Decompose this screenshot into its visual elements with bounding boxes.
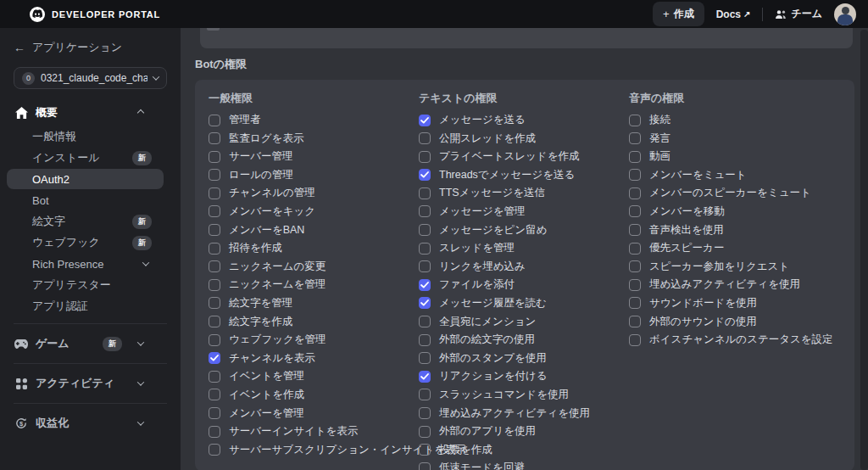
permission-row[interactable]: 外部の絵文字の使用 [419, 333, 629, 347]
permission-row[interactable]: 埋め込みアクティビティを使用 [629, 277, 841, 292]
checkbox[interactable] [419, 132, 431, 144]
permission-row[interactable]: 投票を作成 [419, 443, 629, 457]
checkbox[interactable] [629, 316, 641, 327]
checkbox[interactable] [419, 243, 431, 255]
checkbox[interactable] [419, 426, 431, 438]
sidebar-subitem[interactable]: 一般情報 [7, 126, 164, 147]
checkbox[interactable] [419, 151, 431, 163]
sidebar-subitem[interactable]: 絵文字 新 [7, 211, 164, 232]
checkbox[interactable] [419, 462, 431, 470]
checkbox[interactable] [209, 243, 220, 255]
sidebar-item-overview[interactable]: 概要 [0, 101, 181, 125]
permission-row[interactable]: ボイスチャンネルのステータスを設定 [629, 333, 841, 347]
checkbox[interactable] [629, 297, 641, 309]
checkbox[interactable] [209, 316, 220, 327]
checkbox[interactable] [419, 205, 431, 217]
permission-row[interactable]: 絵文字を管理 [209, 296, 419, 311]
brand[interactable]: DEVELOPER PORTAL [30, 7, 160, 22]
checkbox[interactable] [629, 260, 641, 272]
checkbox[interactable] [629, 279, 641, 291]
checkbox[interactable] [419, 407, 431, 419]
checkbox[interactable] [209, 426, 220, 438]
checkbox[interactable] [209, 444, 220, 456]
permission-row[interactable]: メンバーをキック [209, 204, 419, 219]
checkbox[interactable] [419, 389, 431, 400]
permission-row[interactable]: メンバーをBAN [209, 223, 419, 238]
checkbox[interactable] [209, 297, 220, 309]
permission-row[interactable]: 低速モードを回避 [419, 461, 629, 470]
sidebar-subitem[interactable]: ウェブフック 新 [7, 232, 164, 253]
scopes-input-partial[interactable] [200, 28, 853, 48]
permission-row[interactable]: 招待を作成 [209, 241, 419, 255]
checkbox[interactable] [419, 224, 431, 236]
permission-row[interactable]: 動画 [629, 149, 841, 164]
back-to-applications[interactable]: ← アプリケーション [0, 38, 181, 55]
sidebar-item-activities[interactable]: アクティビティ [0, 371, 181, 396]
permission-row[interactable]: ファイルを添付 [419, 277, 629, 292]
permission-row[interactable]: 発言 [629, 131, 841, 146]
checkbox[interactable] [209, 224, 220, 236]
checkbox[interactable] [419, 169, 431, 181]
permission-row[interactable]: サーバーインサイトを表示 [209, 424, 419, 439]
permission-row[interactable]: メンバーを管理 [209, 406, 419, 421]
checkbox[interactable] [209, 279, 220, 291]
sidebar-subitem[interactable]: Rich Presence [7, 254, 164, 274]
user-avatar[interactable] [834, 3, 856, 25]
permission-row[interactable]: スラッシュコマンドを使用 [419, 388, 629, 402]
checkbox[interactable] [209, 132, 220, 144]
create-button[interactable]: + 作成 [653, 2, 704, 26]
permission-row[interactable]: メンバーをミュート [629, 168, 841, 182]
permission-row[interactable]: メッセージ履歴を読む [419, 296, 629, 311]
permission-row[interactable]: サーバーサブスクリプション・インサイトを表示 [209, 443, 419, 457]
sidebar-item-games[interactable]: ゲーム 新 [0, 331, 181, 356]
checkbox[interactable] [209, 407, 220, 419]
checkbox[interactable] [209, 205, 220, 217]
permission-row[interactable]: メンバーのスピーカーをミュート [629, 186, 841, 200]
permission-row[interactable]: 埋め込みアクティビティを使用 [419, 406, 629, 421]
checkbox[interactable] [209, 151, 220, 163]
checkbox[interactable] [629, 151, 641, 163]
permission-row[interactable]: イベントを管理 [209, 369, 419, 383]
checkbox[interactable] [629, 334, 641, 346]
checkbox[interactable] [419, 444, 431, 456]
sidebar-subitem[interactable]: アプリテスター [7, 275, 164, 295]
checkbox[interactable] [209, 352, 220, 364]
checkbox[interactable] [209, 187, 220, 199]
permission-row[interactable]: 絵文字を作成 [209, 315, 419, 329]
checkbox[interactable] [629, 169, 641, 181]
permission-row[interactable]: 監査ログを表示 [209, 131, 419, 146]
checkbox[interactable] [629, 224, 641, 236]
permission-row[interactable]: ニックネームの変更 [209, 260, 419, 274]
permission-row[interactable]: 管理者 [209, 113, 419, 127]
permission-row[interactable]: 優先スピーカー [629, 241, 841, 255]
checkbox[interactable] [629, 187, 641, 199]
vertical-scrollbar[interactable] [860, 30, 868, 470]
permission-row[interactable]: 音声検出を使用 [629, 223, 841, 238]
docs-link[interactable]: Docs ↗ [716, 8, 751, 20]
permission-row[interactable]: TTSメッセージを送信 [419, 186, 629, 200]
permission-row[interactable]: イベントを作成 [209, 388, 419, 402]
permission-row[interactable]: 外部のスタンプを使用 [419, 351, 629, 366]
permission-row[interactable]: チャンネルを表示 [209, 351, 419, 366]
checkbox[interactable] [419, 187, 431, 199]
checkbox[interactable] [419, 352, 431, 364]
checkbox[interactable] [629, 132, 641, 144]
checkbox[interactable] [209, 115, 220, 126]
permission-row[interactable]: ロールの管理 [209, 168, 419, 182]
sidebar-subitem[interactable]: OAuth2 [7, 169, 164, 189]
permission-row[interactable]: ウェブフックを管理 [209, 333, 419, 347]
permission-row[interactable]: リアクションを付ける [419, 369, 629, 383]
checkbox[interactable] [419, 115, 431, 126]
permission-row[interactable]: メッセージを送る [419, 113, 629, 127]
app-selector[interactable]: 0 0321_claude_code_chann [14, 67, 167, 89]
sidebar-subitem[interactable]: インストール 新 [7, 148, 164, 168]
checkbox[interactable] [419, 334, 431, 346]
checkbox[interactable] [419, 260, 431, 272]
permission-row[interactable]: サーバー管理 [209, 149, 419, 164]
permission-row[interactable]: サウンドボードを使用 [629, 296, 841, 311]
checkbox[interactable] [419, 279, 431, 291]
permission-row[interactable]: プライベートスレッドを作成 [419, 149, 629, 164]
permission-row[interactable]: メッセージを管理 [419, 204, 629, 219]
sidebar-subitem[interactable]: アプリ認証 [7, 296, 164, 316]
sidebar-item-monetization[interactable]: $ 収益化 [0, 411, 181, 436]
